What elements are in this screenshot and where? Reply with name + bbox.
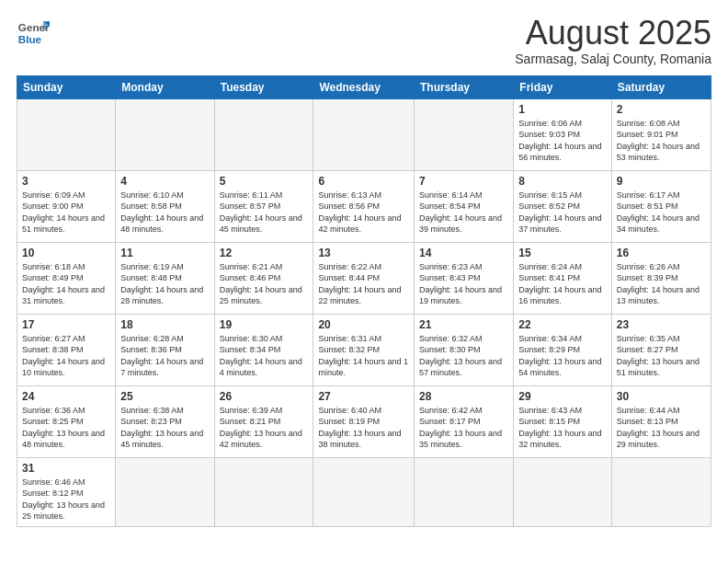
calendar-cell: 31Sunrise: 6:46 AM Sunset: 8:12 PM Dayli… bbox=[17, 457, 116, 526]
calendar-cell: 9Sunrise: 6:17 AM Sunset: 8:51 PM Daylig… bbox=[611, 170, 711, 242]
calendar-cell bbox=[313, 98, 415, 170]
calendar-cell bbox=[116, 457, 214, 526]
calendar-cell: 20Sunrise: 6:31 AM Sunset: 8:32 PM Dayli… bbox=[313, 314, 415, 385]
calendar-cell: 17Sunrise: 6:27 AM Sunset: 8:38 PM Dayli… bbox=[17, 314, 116, 385]
calendar-cell: 16Sunrise: 6:26 AM Sunset: 8:39 PM Dayli… bbox=[611, 242, 711, 314]
weekday-header-sunday: Sunday bbox=[17, 75, 116, 98]
day-number: 7 bbox=[419, 175, 508, 188]
calendar-cell: 14Sunrise: 6:23 AM Sunset: 8:43 PM Dayli… bbox=[415, 242, 514, 314]
day-info: Sunrise: 6:34 AM Sunset: 8:29 PM Dayligh… bbox=[518, 333, 607, 379]
day-info: Sunrise: 6:44 AM Sunset: 8:13 PM Dayligh… bbox=[617, 405, 706, 451]
calendar-cell: 23Sunrise: 6:35 AM Sunset: 8:27 PM Dayli… bbox=[611, 314, 711, 385]
day-info: Sunrise: 6:26 AM Sunset: 8:39 PM Dayligh… bbox=[617, 261, 706, 307]
weekday-header-tuesday: Tuesday bbox=[214, 75, 313, 98]
day-number: 3 bbox=[22, 175, 110, 188]
day-number: 2 bbox=[617, 103, 706, 116]
day-number: 8 bbox=[518, 175, 607, 188]
day-info: Sunrise: 6:43 AM Sunset: 8:15 PM Dayligh… bbox=[518, 405, 607, 451]
day-info: Sunrise: 6:40 AM Sunset: 8:19 PM Dayligh… bbox=[318, 405, 409, 451]
calendar-cell: 11Sunrise: 6:19 AM Sunset: 8:48 PM Dayli… bbox=[116, 242, 214, 314]
day-info: Sunrise: 6:32 AM Sunset: 8:30 PM Dayligh… bbox=[419, 333, 508, 379]
title-block: August 2025 Sarmasag, Salaj County, Roma… bbox=[515, 15, 711, 66]
day-number: 27 bbox=[318, 390, 409, 403]
day-number: 23 bbox=[617, 318, 706, 331]
calendar-cell: 22Sunrise: 6:34 AM Sunset: 8:29 PM Dayli… bbox=[514, 314, 612, 385]
day-info: Sunrise: 6:38 AM Sunset: 8:23 PM Dayligh… bbox=[120, 405, 209, 451]
day-info: Sunrise: 6:15 AM Sunset: 8:52 PM Dayligh… bbox=[518, 190, 607, 236]
calendar-cell: 8Sunrise: 6:15 AM Sunset: 8:52 PM Daylig… bbox=[514, 170, 612, 242]
day-number: 24 bbox=[22, 390, 110, 403]
day-number: 17 bbox=[22, 318, 110, 331]
subtitle: Sarmasag, Salaj County, Romania bbox=[515, 52, 711, 66]
calendar-cell: 18Sunrise: 6:28 AM Sunset: 8:36 PM Dayli… bbox=[116, 314, 214, 385]
day-info: Sunrise: 6:30 AM Sunset: 8:34 PM Dayligh… bbox=[220, 333, 309, 379]
day-info: Sunrise: 6:17 AM Sunset: 8:51 PM Dayligh… bbox=[617, 190, 706, 236]
logo-icon: General Blue bbox=[17, 15, 50, 48]
day-info: Sunrise: 6:06 AM Sunset: 9:03 PM Dayligh… bbox=[518, 118, 607, 164]
calendar-cell bbox=[313, 457, 415, 526]
day-number: 14 bbox=[419, 247, 508, 259]
weekday-header-saturday: Saturday bbox=[611, 75, 711, 98]
header: General Blue August 2025 Sarmasag, Salaj… bbox=[17, 15, 711, 66]
calendar-cell: 4Sunrise: 6:10 AM Sunset: 8:58 PM Daylig… bbox=[116, 170, 214, 242]
day-number: 25 bbox=[120, 390, 209, 403]
calendar-cell: 19Sunrise: 6:30 AM Sunset: 8:34 PM Dayli… bbox=[214, 314, 313, 385]
day-info: Sunrise: 6:42 AM Sunset: 8:17 PM Dayligh… bbox=[419, 405, 508, 451]
calendar-cell: 21Sunrise: 6:32 AM Sunset: 8:30 PM Dayli… bbox=[415, 314, 514, 385]
calendar-cell bbox=[17, 98, 116, 170]
weekday-header-row: SundayMondayTuesdayWednesdayThursdayFrid… bbox=[17, 75, 711, 98]
day-number: 11 bbox=[120, 247, 209, 259]
weekday-header-wednesday: Wednesday bbox=[313, 75, 415, 98]
month-title: August 2025 bbox=[515, 15, 711, 52]
day-info: Sunrise: 6:09 AM Sunset: 9:00 PM Dayligh… bbox=[22, 190, 110, 236]
day-info: Sunrise: 6:28 AM Sunset: 8:36 PM Dayligh… bbox=[120, 333, 209, 379]
day-number: 26 bbox=[220, 390, 309, 403]
day-number: 22 bbox=[518, 318, 607, 331]
day-info: Sunrise: 6:11 AM Sunset: 8:57 PM Dayligh… bbox=[220, 190, 309, 236]
day-number: 18 bbox=[120, 318, 209, 331]
day-info: Sunrise: 6:13 AM Sunset: 8:56 PM Dayligh… bbox=[318, 190, 409, 236]
day-number: 1 bbox=[518, 103, 607, 116]
calendar-week-row: 3Sunrise: 6:09 AM Sunset: 9:00 PM Daylig… bbox=[17, 170, 711, 242]
day-number: 31 bbox=[22, 462, 110, 475]
day-info: Sunrise: 6:24 AM Sunset: 8:41 PM Dayligh… bbox=[518, 261, 607, 307]
calendar-cell: 15Sunrise: 6:24 AM Sunset: 8:41 PM Dayli… bbox=[514, 242, 612, 314]
calendar-week-row: 31Sunrise: 6:46 AM Sunset: 8:12 PM Dayli… bbox=[17, 457, 711, 526]
calendar-cell: 24Sunrise: 6:36 AM Sunset: 8:25 PM Dayli… bbox=[17, 385, 116, 457]
day-number: 13 bbox=[318, 247, 409, 259]
calendar-cell: 7Sunrise: 6:14 AM Sunset: 8:54 PM Daylig… bbox=[415, 170, 514, 242]
calendar-cell: 25Sunrise: 6:38 AM Sunset: 8:23 PM Dayli… bbox=[116, 385, 214, 457]
weekday-header-monday: Monday bbox=[116, 75, 214, 98]
calendar-week-row: 24Sunrise: 6:36 AM Sunset: 8:25 PM Dayli… bbox=[17, 385, 711, 457]
calendar-cell: 12Sunrise: 6:21 AM Sunset: 8:46 PM Dayli… bbox=[214, 242, 313, 314]
weekday-header-thursday: Thursday bbox=[415, 75, 514, 98]
calendar-cell: 6Sunrise: 6:13 AM Sunset: 8:56 PM Daylig… bbox=[313, 170, 415, 242]
page: General Blue August 2025 Sarmasag, Salaj… bbox=[0, 0, 728, 536]
calendar-cell: 13Sunrise: 6:22 AM Sunset: 8:44 PM Dayli… bbox=[313, 242, 415, 314]
calendar-cell bbox=[214, 457, 313, 526]
day-info: Sunrise: 6:18 AM Sunset: 8:49 PM Dayligh… bbox=[22, 261, 110, 307]
calendar-cell: 29Sunrise: 6:43 AM Sunset: 8:15 PM Dayli… bbox=[514, 385, 612, 457]
calendar-cell bbox=[514, 457, 612, 526]
day-number: 30 bbox=[617, 390, 706, 403]
calendar-table: SundayMondayTuesdayWednesdayThursdayFrid… bbox=[17, 75, 711, 527]
day-info: Sunrise: 6:35 AM Sunset: 8:27 PM Dayligh… bbox=[617, 333, 706, 379]
day-info: Sunrise: 6:39 AM Sunset: 8:21 PM Dayligh… bbox=[220, 405, 309, 451]
day-info: Sunrise: 6:08 AM Sunset: 9:01 PM Dayligh… bbox=[617, 118, 706, 164]
day-info: Sunrise: 6:27 AM Sunset: 8:38 PM Dayligh… bbox=[22, 333, 110, 379]
calendar-cell: 5Sunrise: 6:11 AM Sunset: 8:57 PM Daylig… bbox=[214, 170, 313, 242]
day-number: 21 bbox=[419, 318, 508, 331]
calendar-cell: 26Sunrise: 6:39 AM Sunset: 8:21 PM Dayli… bbox=[214, 385, 313, 457]
day-number: 9 bbox=[617, 175, 706, 188]
day-number: 19 bbox=[220, 318, 309, 331]
svg-text:Blue: Blue bbox=[18, 33, 42, 45]
day-number: 5 bbox=[220, 175, 309, 188]
day-number: 12 bbox=[220, 247, 309, 259]
day-info: Sunrise: 6:21 AM Sunset: 8:46 PM Dayligh… bbox=[220, 261, 309, 307]
calendar-cell: 1Sunrise: 6:06 AM Sunset: 9:03 PM Daylig… bbox=[514, 98, 612, 170]
day-number: 4 bbox=[120, 175, 209, 188]
calendar-cell: 10Sunrise: 6:18 AM Sunset: 8:49 PM Dayli… bbox=[17, 242, 116, 314]
calendar-week-row: 17Sunrise: 6:27 AM Sunset: 8:38 PM Dayli… bbox=[17, 314, 711, 385]
day-info: Sunrise: 6:19 AM Sunset: 8:48 PM Dayligh… bbox=[120, 261, 209, 307]
day-number: 28 bbox=[419, 390, 508, 403]
